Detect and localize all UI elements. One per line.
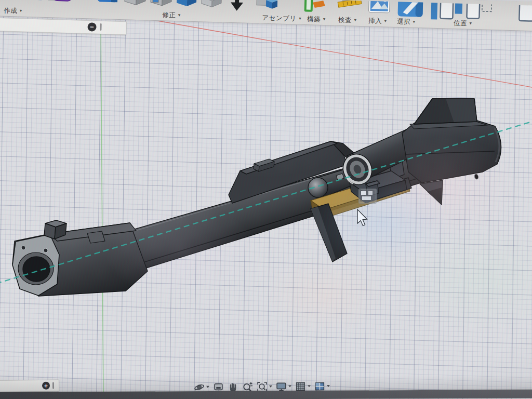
chevron-down-icon: ▼ [322,17,326,21]
menu-create[interactable]: 作成▼ [4,6,23,16]
menu-select[interactable]: 選択▼ [397,17,416,26]
form-icon[interactable] [53,0,72,1]
display-settings-icon [276,381,287,392]
menu-insert[interactable]: 挿入▼ [368,17,388,26]
menu-construct[interactable]: 構築▼ [307,15,326,24]
direct-edit-arrow-icon[interactable] [231,0,244,11]
chevron-down-icon: ▼ [19,8,23,13]
y-axis-line [101,24,103,399]
zoom-icon [242,381,253,392]
timeline-grip-handle[interactable] [52,382,54,389]
menu-inspect[interactable]: 検査▼ [338,16,357,25]
ghost-selection-widget [358,189,377,204]
chevron-down-icon: ▼ [469,21,473,25]
chevron-down-icon [308,385,311,387]
muzzle-screw-hole [21,246,25,250]
menu-assemble[interactable]: アセンブリ▼ [262,14,302,23]
muzzle-screw-hole [44,248,48,252]
chevron-down-icon: ▼ [353,18,357,22]
insert-image-icon[interactable] [369,0,390,13]
combine-icon[interactable] [177,0,197,7]
rear-fin-assembly[interactable] [402,99,501,205]
chevron-down-icon: ▼ [412,19,416,24]
sling-hole [474,174,479,180]
chevron-down-icon [206,386,209,388]
browser-collapse-button[interactable]: − [87,22,96,31]
chevron-down-icon: ▼ [383,19,388,23]
fit-icon [257,381,268,392]
construct-plane-icon[interactable] [304,0,326,12]
menu-modify[interactable]: 修正▼ [162,11,181,20]
timeline-panel-collapsed: + [0,379,59,392]
timeline-expand-button[interactable]: + [42,382,50,390]
chevron-down-icon [327,385,330,387]
fusion360-app-window: 作成▼ 修正▼ アセンブリ▼ 構築▼ 検査▼ 挿入▼ 選択▼ 位置▼ − + [0,0,532,399]
chevron-down-icon [288,385,291,388]
chevron-down-icon: ▼ [177,13,181,18]
shell-icon[interactable] [151,0,172,6]
assembly-icon[interactable] [257,0,278,9]
muzzle-vent-detail [87,231,105,243]
browser-grip-handle[interactable] [100,23,101,31]
chevron-down-icon: ▼ [298,16,302,21]
sight-ball-lens[interactable] [308,178,328,197]
menu-position[interactable]: 位置▼ [454,19,473,28]
select-icon[interactable] [397,0,423,17]
chevron-down-icon [269,385,272,388]
launcher-3d-model[interactable] [12,99,501,296]
grid-icon [295,381,306,392]
offset-face-icon[interactable] [202,0,222,7]
model-3d-viewport[interactable] [0,0,532,399]
fillet-icon[interactable] [125,0,146,5]
viewports-icon [314,381,325,392]
measure-icon[interactable] [338,0,362,8]
